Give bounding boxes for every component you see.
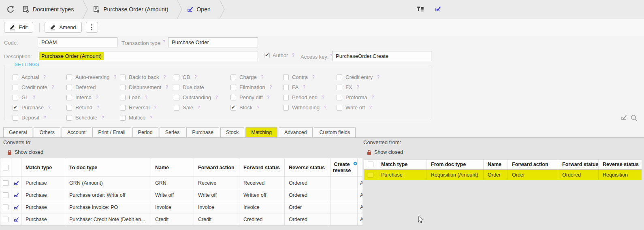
setting-hint[interactable]: ? xyxy=(33,95,35,100)
transaction-type-field[interactable]: Purchase Order xyxy=(168,37,258,47)
setting-checkbox-penny-diff[interactable]: Penny diff ? xyxy=(230,94,283,100)
setting-hint[interactable]: ? xyxy=(102,115,104,120)
converted-from-show-closed[interactable]: Show closed xyxy=(367,149,403,155)
breadcrumb-item-open[interactable]: Open xyxy=(187,0,229,19)
setting-checkbox-write-off[interactable]: Write off ? xyxy=(337,104,380,111)
setting-hint[interactable]: ? xyxy=(114,75,117,79)
setting-hint[interactable]: ? xyxy=(261,75,264,79)
checkbox-box[interactable] xyxy=(283,75,289,80)
checkbox-box[interactable] xyxy=(230,75,236,80)
col-header-reverse-status[interactable]: Reverse status xyxy=(599,160,642,169)
checkbox-box[interactable] xyxy=(174,85,179,90)
author-hint[interactable]: ? xyxy=(292,53,294,58)
checkbox-box[interactable] xyxy=(283,105,289,111)
setting-checkbox-sale[interactable]: Sale ? xyxy=(174,104,230,111)
setting-checkbox-charge[interactable]: Charge ? xyxy=(230,74,283,80)
row-checkbox[interactable] xyxy=(3,180,9,186)
transaction-type-hint[interactable]: ? xyxy=(163,40,165,44)
checkbox-box[interactable] xyxy=(66,85,72,90)
checkbox-box[interactable] xyxy=(120,85,126,90)
setting-checkbox-back-to-back[interactable]: Back to back ? xyxy=(120,74,174,80)
setting-checkbox-reversal[interactable]: Reversal ? xyxy=(120,104,174,111)
setting-checkbox-schedule[interactable]: Schedule ? xyxy=(66,115,120,121)
access-key-field[interactable]: PurchaseOrder.Create xyxy=(332,51,431,61)
filter-button[interactable] xyxy=(416,6,424,13)
tab-custom-fields[interactable]: Custom fields xyxy=(314,127,356,137)
tab-print-email[interactable]: Print / Email xyxy=(92,127,131,137)
setting-checkbox-cb[interactable]: CB ? xyxy=(174,74,230,80)
edit-button[interactable]: Edit xyxy=(4,22,33,33)
tab-advanced[interactable]: Advanced xyxy=(279,127,313,137)
tab-general[interactable]: General xyxy=(3,127,32,137)
setting-checkbox-refund[interactable]: Refund ? xyxy=(66,104,120,111)
converts-to-show-closed[interactable]: Show closed xyxy=(7,149,43,155)
setting-checkbox-proforma[interactable]: Proforma ? xyxy=(337,94,380,100)
check-gray-button[interactable] xyxy=(621,115,627,122)
col-header-match-type[interactable]: Match type xyxy=(377,160,427,169)
row-checkbox[interactable] xyxy=(3,204,9,210)
author-checkbox[interactable]: Author ? xyxy=(264,52,294,58)
setting-checkbox-purchase[interactable]: Purchase ? xyxy=(13,104,66,111)
setting-hint[interactable]: ? xyxy=(215,95,218,100)
setting-checkbox-multico[interactable]: Multico ? xyxy=(120,115,174,121)
checkbox-box[interactable] xyxy=(13,75,18,80)
checkbox-box[interactable] xyxy=(337,95,342,100)
tab-others[interactable]: Others xyxy=(34,127,60,137)
setting-checkbox-period-end[interactable]: Period end ? xyxy=(283,94,337,100)
checkbox-box[interactable] xyxy=(13,95,18,100)
setting-hint[interactable]: ? xyxy=(150,115,152,120)
checkbox-box[interactable] xyxy=(174,105,179,111)
setting-hint[interactable]: ? xyxy=(270,85,272,89)
checkbox-box[interactable] xyxy=(13,105,18,111)
setting-hint[interactable]: ? xyxy=(194,75,197,79)
row-checkbox[interactable] xyxy=(3,192,9,198)
table-settings-gear-button[interactable] xyxy=(352,161,358,168)
tab-matching[interactable]: Matching xyxy=(245,127,277,137)
col-header-reverse-status[interactable]: Reverse status xyxy=(285,158,331,177)
col-header-forward-status[interactable]: Forward status xyxy=(239,158,285,177)
setting-hint[interactable]: ? xyxy=(44,115,46,120)
col-header-name[interactable]: Name xyxy=(151,158,194,177)
setting-hint[interactable]: ? xyxy=(145,95,147,100)
breadcrumb-item-document-types[interactable]: Document types xyxy=(22,0,93,19)
checkbox-box[interactable] xyxy=(66,115,72,121)
code-field[interactable]: POAM xyxy=(38,37,117,47)
setting-hint[interactable]: ? xyxy=(322,95,324,100)
more-actions-button[interactable] xyxy=(86,22,98,33)
setting-hint[interactable]: ? xyxy=(303,85,305,89)
setting-hint[interactable]: ? xyxy=(324,105,326,110)
breadcrumb-item-purchase-order-amount[interactable]: Purchase Order (Amount) xyxy=(93,0,187,19)
setting-hint[interactable]: ? xyxy=(48,105,51,110)
checkbox-box[interactable] xyxy=(66,95,72,100)
open-doc-check-icon[interactable] xyxy=(14,181,19,185)
setting-checkbox-elimination[interactable]: Elimination ? xyxy=(230,84,283,90)
open-doc-check-icon[interactable] xyxy=(14,193,19,198)
setting-hint[interactable]: ? xyxy=(163,75,166,79)
setting-hint[interactable]: ? xyxy=(357,85,359,89)
col-header-forward-action[interactable]: Forward action xyxy=(194,158,239,177)
checkbox-box[interactable] xyxy=(174,95,179,100)
tab-series[interactable]: Series xyxy=(160,127,185,137)
setting-checkbox-due-date[interactable]: Due date ? xyxy=(174,84,230,90)
checkbox-box[interactable] xyxy=(230,95,236,100)
checkbox-box[interactable] xyxy=(230,105,236,111)
checkbox-box[interactable] xyxy=(120,95,126,100)
checkbox-box[interactable] xyxy=(13,115,18,121)
setting-hint[interactable]: ? xyxy=(96,95,98,100)
checkbox-box[interactable] xyxy=(283,85,289,90)
setting-hint[interactable]: ? xyxy=(52,85,54,89)
checkbox-box[interactable] xyxy=(120,75,126,80)
magnifier-button[interactable] xyxy=(631,115,638,123)
setting-checkbox-auto-reversing[interactable]: Auto-reversing ? xyxy=(66,74,120,80)
setting-checkbox-interco[interactable]: Interco ? xyxy=(66,94,120,100)
row-checkbox[interactable] xyxy=(368,172,373,178)
setting-hint[interactable]: ? xyxy=(198,105,200,110)
col-header-forward-action[interactable]: Forward action xyxy=(508,160,558,169)
amend-button[interactable]: Amend xyxy=(45,22,81,33)
checkbox-box[interactable] xyxy=(337,85,342,90)
setting-hint[interactable]: ? xyxy=(166,85,168,89)
checkbox-box[interactable] xyxy=(66,105,72,111)
check-button[interactable] xyxy=(435,6,441,12)
select-all-checkbox[interactable] xyxy=(368,162,373,167)
checkbox-box[interactable] xyxy=(337,105,342,111)
